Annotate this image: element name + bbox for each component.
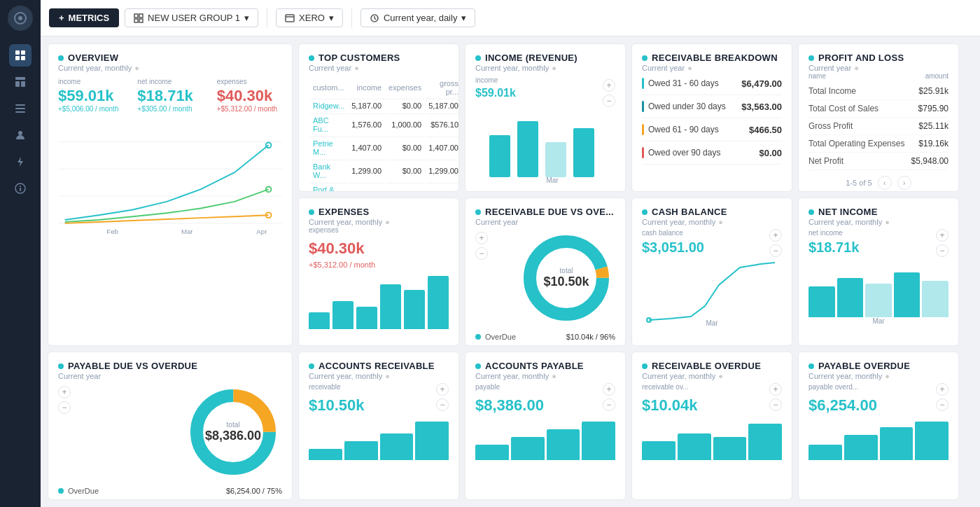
svg-rect-9 <box>15 104 25 106</box>
ir-label: income <box>475 76 516 84</box>
ro-chart <box>642 422 782 460</box>
ap-zoom-in[interactable]: + <box>603 383 615 396</box>
sidebar-item-list[interactable] <box>9 97 31 120</box>
period-selector[interactable]: Current year, daily ▾ <box>360 8 476 27</box>
col-customer: custom... <box>310 78 347 97</box>
ro-dot <box>642 363 648 369</box>
cb-zoom-in[interactable]: + <box>769 229 782 242</box>
table-row: Petrie M...1,407.00$0.001,407.00 <box>310 137 459 158</box>
ap-label: payable <box>475 383 544 391</box>
ar-bar <box>415 422 449 460</box>
svg-rect-2 <box>15 50 20 55</box>
ni-label: net income <box>808 229 859 237</box>
legend-dot-2 <box>475 345 481 346</box>
pl-pagination: 1-5 of 5 ‹ › <box>808 176 948 190</box>
rb-bar-4 <box>642 147 644 158</box>
ni-bar <box>894 272 920 317</box>
rb-title: RECEIVABLE BREAKDOWN <box>642 53 782 63</box>
ap-subtitle: Current year, monthly ● <box>475 372 615 380</box>
info-icon-rb: ● <box>687 64 692 72</box>
ni-bar <box>837 278 864 317</box>
po-bar <box>844 435 878 460</box>
ir-dot <box>475 55 481 61</box>
ar-zoom-in[interactable]: + <box>436 383 449 396</box>
pl-prev-btn[interactable]: ‹ <box>878 176 892 190</box>
ap-zoom-out[interactable]: − <box>603 398 615 411</box>
po-zoom-out[interactable]: − <box>936 398 948 411</box>
svg-rect-36 <box>545 142 566 177</box>
dashboard: OVERVIEW Current year, monthly ● income … <box>41 36 980 507</box>
top-customers-title: TOP CUSTOMERS <box>309 53 449 63</box>
table-row: ABC Fu...1,576.001,000.00$576.10 <box>310 113 459 135</box>
overview-chart: Feb Mar Apr <box>58 113 282 239</box>
rd-zoom-in[interactable]: + <box>475 232 488 244</box>
cb-zoom-out[interactable]: − <box>769 244 782 257</box>
income-chart: Mar <box>475 107 615 184</box>
period-label: Current year, daily <box>384 13 458 23</box>
ro-title: RECEIVABLE OVERDUE <box>642 361 782 371</box>
exp-dot <box>309 209 314 215</box>
ni-zoom-in[interactable]: + <box>936 229 948 242</box>
exp-subtitle: Current year, monthly ● <box>309 218 449 226</box>
ni-zoom-out[interactable]: − <box>936 244 948 257</box>
payable-due-card: PAYABLE DUE VS OVERDUE Current year + − … <box>48 352 293 500</box>
po-label: payable overd... <box>808 383 877 391</box>
rd-zoom-out[interactable]: − <box>475 247 488 260</box>
svg-rect-4 <box>15 56 20 60</box>
xero-label: XERO <box>299 13 325 23</box>
sidebar-item-lightning[interactable] <box>9 151 31 173</box>
bar <box>428 276 449 329</box>
plus-icon: + <box>59 13 64 23</box>
cb-title: CASH BALANCE <box>642 207 782 217</box>
ar-bar <box>380 433 414 461</box>
svg-rect-11 <box>15 111 25 113</box>
ro-zoom-in[interactable]: + <box>769 383 782 396</box>
ar-chart <box>309 422 449 460</box>
ni-bar <box>922 281 948 317</box>
ir-value: $59.01k <box>475 87 516 99</box>
ar-zoom-out[interactable]: − <box>436 398 449 411</box>
bar <box>404 290 425 329</box>
pd-legend-item-1: OverDue $6,254.00 / 75% <box>58 487 282 495</box>
expenses-title: EXPENSES <box>309 207 449 217</box>
ar-value: $10.50k <box>309 396 365 415</box>
info-icon-cb: ● <box>718 218 723 226</box>
income-metric: income $59.01k +$5,006.00 / month <box>58 78 123 113</box>
pd-legend-item-2: Due $2,132.00 / 25% <box>58 498 282 500</box>
divider <box>267 8 267 28</box>
po-chart <box>808 422 948 460</box>
po-zoom-in[interactable]: + <box>936 383 948 396</box>
ar-bar <box>344 441 378 461</box>
metrics-button[interactable]: + METRICS <box>49 8 119 27</box>
accounts-payable-card: ACCOUNTS PAYABLE Current year, monthly ●… <box>465 352 626 500</box>
rb-dot <box>642 55 648 61</box>
group-selector[interactable]: NEW USER GROUP 1 ▾ <box>125 8 258 27</box>
pl-next-btn[interactable]: › <box>897 176 911 190</box>
sidebar-item-user[interactable] <box>9 124 31 146</box>
ro-subtitle: Current year, monthly ● <box>642 372 782 380</box>
ar-dot <box>309 363 314 369</box>
ro-value: $10.04k <box>642 396 698 415</box>
info-icon-overview: ● <box>134 64 139 72</box>
table-row: Bank W...1,299.00$0.001,299.00 <box>310 160 459 181</box>
pd-zoom-out[interactable]: − <box>58 401 71 414</box>
zoom-in-btn[interactable]: + <box>603 79 615 92</box>
pl-rows: Total Income $25.91k Total Cost of Sales… <box>808 83 948 170</box>
pd-zoom-in[interactable]: + <box>58 386 71 398</box>
table-row: Port & F...1,082.00$0.001,082.00 <box>310 183 459 192</box>
xero-selector[interactable]: XERO ▾ <box>276 8 343 27</box>
cash-balance-card: CASH BALANCE Current year, monthly ● cas… <box>631 197 792 346</box>
svg-rect-21 <box>286 15 294 22</box>
svg-rect-15 <box>20 188 21 191</box>
cb-label: cash balance <box>642 229 704 237</box>
pl-header: name amount <box>808 72 948 80</box>
sidebar-item-dashboard[interactable] <box>9 71 31 93</box>
zoom-out-btn[interactable]: − <box>603 95 615 107</box>
ar-title: ACCOUNTS RECEIVABLE <box>309 361 449 371</box>
ro-zoom-out[interactable]: − <box>769 398 782 411</box>
sidebar-item-info[interactable] <box>9 177 31 200</box>
tc-subtitle: Current year ● <box>309 64 449 72</box>
sidebar-item-grid[interactable] <box>9 44 31 67</box>
breakdown-row-1: Owed 31 - 60 days $6,479.00 <box>642 72 782 95</box>
breakdown-row-2: Owed under 30 days $3,563.00 <box>642 95 782 118</box>
